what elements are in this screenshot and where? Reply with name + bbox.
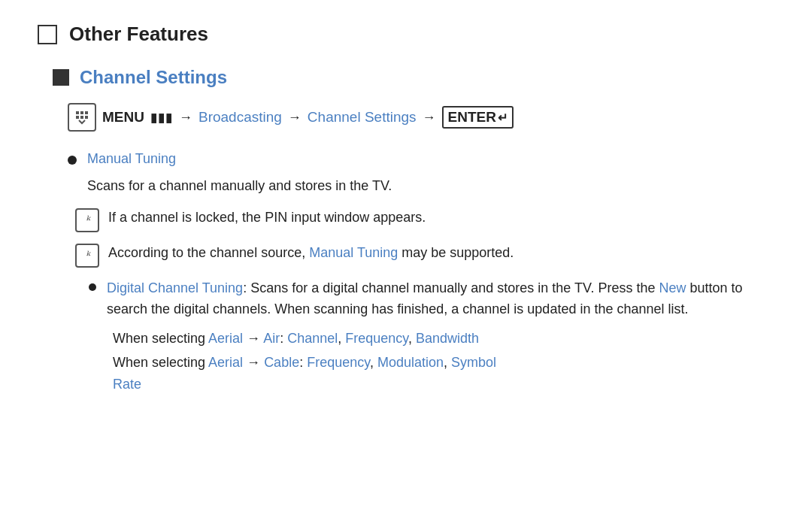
manual-tuning-content: Manual Tuning bbox=[87, 151, 176, 167]
aerial-link-1: Aerial bbox=[208, 331, 243, 346]
manual-tuning-label: Manual Tuning bbox=[87, 151, 176, 166]
content-area: Manual Tuning Scans for a channel manual… bbox=[68, 151, 774, 395]
modulation-link: Modulation bbox=[377, 355, 444, 370]
note-text-1: If a channel is locked, the PIN input wi… bbox=[108, 207, 426, 228]
svg-rect-3 bbox=[76, 116, 79, 119]
subsection: Channel Settings MENU ▮▮▮ → Broadcasting… bbox=[53, 67, 774, 395]
menu-label: MENU bbox=[102, 109, 144, 126]
channel-link: Channel bbox=[287, 331, 338, 346]
air-link: Air bbox=[263, 331, 280, 346]
note-icon-1: ᵏ bbox=[75, 208, 99, 232]
aerial-link-2: Aerial bbox=[208, 355, 243, 370]
frequency-link-1: Frequency bbox=[345, 331, 408, 346]
indent-line-1: When selecting Aerial → Air: Channel, Fr… bbox=[113, 328, 774, 350]
channel-settings-link: Channel Settings bbox=[308, 109, 417, 126]
menu-icon bbox=[68, 103, 96, 132]
digital-tuning-text: Digital Channel Tuning: Scans for a digi… bbox=[107, 278, 774, 320]
broadcasting-link: Broadcasting bbox=[198, 109, 282, 126]
note-2: ᵏ According to the channel source, Manua… bbox=[75, 243, 774, 268]
svg-rect-0 bbox=[76, 111, 79, 114]
subsection-title: Channel Settings bbox=[80, 67, 227, 88]
rate-link: Rate bbox=[113, 377, 141, 392]
filled-square-icon bbox=[53, 69, 69, 86]
manual-tuning-link: Manual Tuning bbox=[309, 245, 398, 260]
bullet-dot-icon bbox=[68, 156, 77, 165]
svg-rect-5 bbox=[85, 116, 88, 119]
bandwidth-link: Bandwidth bbox=[416, 331, 479, 346]
indent-line-2: When selecting Aerial → Cable: Frequency… bbox=[113, 352, 774, 395]
arrow-1: → bbox=[179, 110, 192, 126]
note-1: ᵏ If a channel is locked, the PIN input … bbox=[75, 207, 774, 232]
note-text-2: According to the channel source, Manual … bbox=[108, 243, 514, 263]
section-title: Other Features bbox=[69, 23, 208, 46]
indent-block: When selecting Aerial → Air: Channel, Fr… bbox=[113, 328, 774, 395]
cable-link: Cable bbox=[264, 355, 299, 370]
section-header: Other Features bbox=[38, 23, 774, 46]
svg-rect-1 bbox=[80, 111, 83, 114]
symbol-link: Symbol bbox=[451, 355, 496, 370]
enter-button: ENTER ↵ bbox=[442, 106, 514, 129]
digital-channel-tuning-label: Digital Channel Tuning bbox=[107, 280, 243, 295]
subsection-header: Channel Settings bbox=[53, 67, 774, 88]
new-label: New bbox=[659, 280, 686, 295]
arrow-2: → bbox=[288, 110, 301, 126]
menu-path: MENU ▮▮▮ → Broadcasting → Channel Settin… bbox=[68, 103, 774, 132]
manual-tuning-bullet: Manual Tuning bbox=[68, 151, 774, 167]
checkbox-icon bbox=[38, 25, 57, 44]
sub-bullet-dot-icon bbox=[89, 283, 96, 291]
svg-rect-4 bbox=[80, 116, 83, 119]
svg-rect-2 bbox=[85, 111, 88, 114]
frequency-link-2: Frequency bbox=[307, 355, 370, 370]
note-icon-2: ᵏ bbox=[75, 244, 99, 268]
arrow-3: → bbox=[423, 110, 436, 126]
digital-tuning-bullet: Digital Channel Tuning: Scans for a digi… bbox=[89, 278, 774, 320]
menu-symbol: ▮▮▮ bbox=[150, 111, 173, 125]
manual-tuning-description: Scans for a channel manually and stores … bbox=[87, 176, 774, 197]
